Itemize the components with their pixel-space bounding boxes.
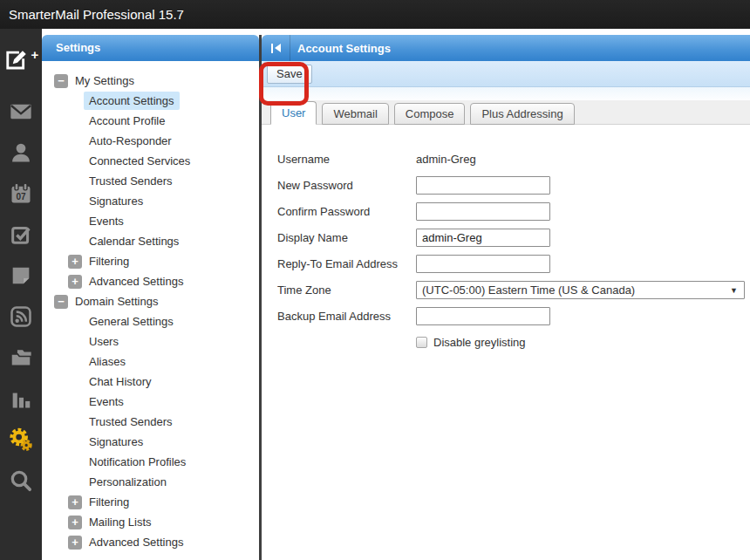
new-password-input[interactable] xyxy=(416,176,550,195)
rail-item-search[interactable] xyxy=(0,467,42,494)
tree-item-calendar-settings[interactable]: Calendar Settings xyxy=(42,231,259,251)
toolbar-substrip xyxy=(262,87,750,100)
rail-item-mail[interactable] xyxy=(0,98,42,125)
tree-item-label: Events xyxy=(84,212,129,230)
rail-item-compose[interactable]: + xyxy=(0,44,42,75)
tab-strip: UserWebmailComposePlus Addressing xyxy=(262,100,750,125)
username-label: Username xyxy=(277,153,416,166)
expand-toggle-icon[interactable]: + xyxy=(68,495,82,509)
reply-to-email-address-input[interactable] xyxy=(416,255,550,273)
time-zone-label: Time Zone xyxy=(277,283,416,297)
tree-item-trusted-senders[interactable]: Trusted Senders xyxy=(42,412,259,432)
display-name-label: Display Name xyxy=(277,231,416,244)
backup-email-address-input[interactable] xyxy=(416,307,550,325)
tree-item-label: Advanced Settings xyxy=(84,272,188,290)
icon-rail: + 07 xyxy=(0,29,42,560)
calendar-icon: 07 xyxy=(9,181,33,206)
tree-item-general-settings[interactable]: General Settings xyxy=(42,311,259,331)
rail-item-reports[interactable] xyxy=(0,385,42,412)
settings-panel-header: Settings xyxy=(42,35,259,61)
tree-item-chat-history[interactable]: Chat History xyxy=(42,372,259,392)
rail-item-notes[interactable] xyxy=(0,262,42,289)
expand-toggle-icon[interactable]: + xyxy=(68,516,82,529)
confirm-password-input[interactable] xyxy=(416,202,550,221)
tree-item-label: Mailing Lists xyxy=(84,513,157,531)
tree-item-events[interactable]: Events xyxy=(42,392,259,412)
tree-item-label: Users xyxy=(84,332,124,351)
app-title: SmarterMail Professional 15.7 xyxy=(9,7,184,22)
tree-item-filtering[interactable]: +Filtering xyxy=(42,492,259,512)
rail-item-rss[interactable] xyxy=(0,303,42,330)
tab-plus-addressing[interactable]: Plus Addressing xyxy=(470,103,574,125)
tree-item-account-settings[interactable]: Account Settings xyxy=(42,91,259,111)
tree-item-label: Auto-Responder xyxy=(84,132,177,150)
tree-item-label: Events xyxy=(84,393,129,411)
tree-item-label: Aliases xyxy=(84,352,131,371)
expand-toggle-icon[interactable]: + xyxy=(68,255,82,269)
search-icon xyxy=(9,468,33,493)
disable-greylisting-checkbox[interactable] xyxy=(416,337,427,348)
tree-item-my-settings[interactable]: −My Settings xyxy=(42,71,259,91)
compose-icon xyxy=(3,46,31,73)
collapse-toggle-icon[interactable]: − xyxy=(54,74,68,88)
page-title: Account Settings xyxy=(290,42,391,55)
tree-item-label: Calendar Settings xyxy=(84,232,184,250)
tree-item-signatures[interactable]: Signatures xyxy=(42,191,259,211)
app-title-bar: SmarterMail Professional 15.7 xyxy=(0,0,750,29)
rail-item-tasks[interactable] xyxy=(0,221,42,248)
select-value: (UTC-05:00) Eastern Time (US & Canada) xyxy=(422,283,635,297)
expand-toggle-icon[interactable]: + xyxy=(68,275,82,289)
tree-item-events[interactable]: Events xyxy=(42,211,259,231)
tree-item-label: Connected Services xyxy=(84,152,195,170)
tree-item-aliases[interactable]: Aliases xyxy=(42,352,259,372)
contacts-icon xyxy=(9,140,33,165)
tree-item-signatures[interactable]: Signatures xyxy=(42,432,259,452)
mail-icon xyxy=(9,99,33,124)
tree-item-users[interactable]: Users xyxy=(42,331,259,352)
collapse-toggle-icon[interactable]: − xyxy=(54,295,68,309)
account-form: Usernameadmin-GregNew PasswordConfirm Pa… xyxy=(262,125,750,355)
reports-icon xyxy=(9,386,33,411)
rail-item-contacts[interactable] xyxy=(0,139,42,166)
rail-item-calendar[interactable]: 07 xyxy=(0,180,42,207)
username-value: admin-Greg xyxy=(416,153,476,166)
tree-item-domain-settings[interactable]: −Domain Settings xyxy=(42,291,259,311)
tab-user[interactable]: User xyxy=(270,101,317,125)
chevron-down-icon: ▼ xyxy=(730,286,738,295)
rail-item-settings[interactable] xyxy=(0,426,42,453)
tab-webmail[interactable]: Webmail xyxy=(322,103,388,125)
tree-item-filtering[interactable]: +Filtering xyxy=(42,251,259,271)
tree-item-label: Chat History xyxy=(84,372,157,391)
tree-item-label: Signatures xyxy=(84,192,148,210)
reply-to-email-address-label: Reply-To Email Address xyxy=(277,257,416,270)
settings-gear-icon xyxy=(9,427,33,452)
tasks-icon xyxy=(9,222,33,247)
backup-email-address-label: Backup Email Address xyxy=(277,310,416,323)
tree-item-auto-responder[interactable]: Auto-Responder xyxy=(42,131,259,151)
file-storage-icon xyxy=(9,345,33,370)
tree-item-notification-profiles[interactable]: Notification Profiles xyxy=(42,452,259,472)
save-button[interactable]: Save xyxy=(267,65,312,84)
confirm-password-label: Confirm Password xyxy=(277,205,416,218)
tree-item-mailing-lists[interactable]: +Mailing Lists xyxy=(42,512,259,532)
tree-item-connected-services[interactable]: Connected Services xyxy=(42,151,259,171)
settings-tree: −My SettingsAccount SettingsAccount Prof… xyxy=(42,61,259,552)
settings-panel-title: Settings xyxy=(56,41,100,54)
tree-item-account-profile[interactable]: Account Profile xyxy=(42,111,259,131)
tree-item-advanced-settings[interactable]: +Advanced Settings xyxy=(42,271,259,291)
rail-item-file-storage[interactable] xyxy=(0,344,42,371)
tree-item-advanced-settings[interactable]: +Advanced Settings xyxy=(42,532,259,552)
expand-toggle-icon[interactable]: + xyxy=(68,536,82,550)
tab-compose[interactable]: Compose xyxy=(394,103,466,125)
tree-item-label: Filtering xyxy=(84,252,134,270)
display-name-input[interactable] xyxy=(416,229,550,247)
tree-item-personalization[interactable]: Personalization xyxy=(42,472,259,492)
tree-item-label: Account Profile xyxy=(84,112,170,130)
tree-item-trusted-senders[interactable]: Trusted Senders xyxy=(42,171,259,191)
notes-icon xyxy=(9,263,33,288)
tree-item-label: Personalization xyxy=(84,473,172,491)
time-zone-select[interactable]: (UTC-05:00) Eastern Time (US & Canada)▼ xyxy=(416,281,745,299)
tree-item-label: Trusted Senders xyxy=(84,172,178,190)
collapse-panel-icon[interactable] xyxy=(262,35,290,61)
calendar-day: 07 xyxy=(16,192,26,201)
